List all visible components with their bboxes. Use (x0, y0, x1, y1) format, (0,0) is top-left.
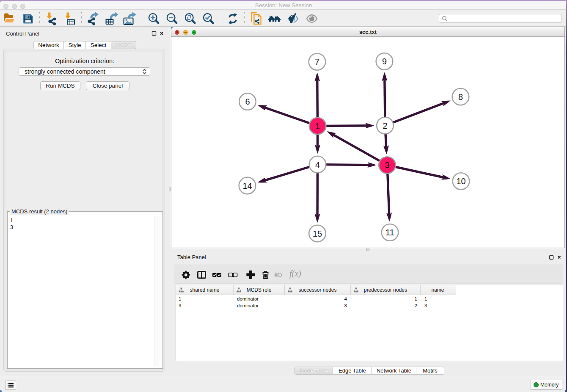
svg-text:14: 14 (242, 181, 252, 190)
svg-text:9: 9 (382, 57, 387, 66)
svg-text:15: 15 (313, 229, 322, 238)
svg-text:2: 2 (383, 121, 387, 130)
svg-text:3: 3 (385, 160, 389, 170)
svg-text:11: 11 (385, 228, 394, 237)
svg-text:1: 1 (315, 121, 320, 131)
svg-text:4: 4 (315, 160, 320, 169)
svg-text:7: 7 (315, 57, 319, 66)
svg-text:8: 8 (458, 92, 463, 102)
svg-text:6: 6 (245, 97, 250, 106)
svg-text:10: 10 (456, 177, 465, 186)
